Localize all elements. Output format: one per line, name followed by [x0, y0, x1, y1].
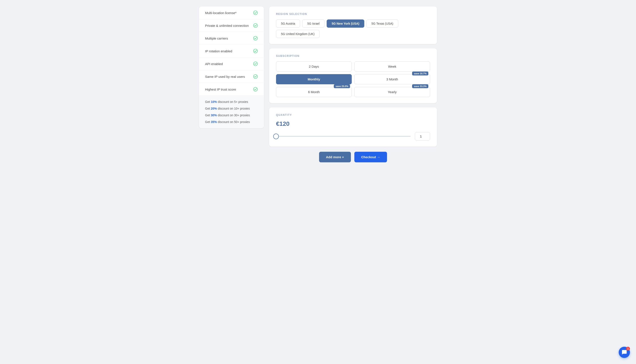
subscription-card: SUBSCRIPTION 2 DaysWeekMonthlysave 16.7%…	[269, 48, 437, 103]
feature-label: Multiple carriers	[205, 36, 228, 40]
chat-badge: 1	[626, 347, 630, 350]
feature-label: Private & unlimited connection	[205, 24, 249, 28]
region-card: REGION SELECTION 5G Austria5G Israel5G N…	[269, 6, 437, 44]
features-list: Multi-location license* Private & unlimi…	[199, 6, 264, 96]
discount-row: Get 20% discount on 10+ proxies	[205, 106, 258, 111]
chat-bubble[interactable]: 1	[619, 347, 630, 358]
svg-point-1	[253, 24, 257, 28]
check-icon	[253, 10, 258, 15]
discount-row: Get 35% discount on 50+ proxies	[205, 120, 258, 124]
save-badge: save 33.3%	[412, 84, 428, 88]
quantity-label: QUANTITY	[276, 114, 430, 116]
feature-row-ip-rotation: IP rotation enabled	[199, 45, 264, 58]
discount-percent: 20%	[211, 107, 217, 110]
feature-row-multi-location: Multi-location license*	[199, 6, 264, 19]
check-icon	[253, 62, 258, 66]
slider-track	[276, 136, 411, 136]
discounts-section: Get 10% discount on 5+ proxiesGet 20% di…	[199, 96, 264, 128]
subscription-option-wrapper: 2 Days	[276, 62, 352, 72]
slider-thumb[interactable]	[273, 134, 279, 139]
feature-row-same-ip: Same IP used by real users	[199, 70, 264, 83]
svg-point-2	[253, 36, 257, 40]
chat-icon	[621, 350, 627, 355]
page-wrapper: Multi-location license* Private & unlimi…	[199, 4, 437, 360]
svg-point-0	[253, 11, 257, 15]
action-row: Add more + Checkout →	[269, 152, 437, 162]
quantity-row	[276, 132, 430, 140]
discount-row: Get 10% discount on 5+ proxies	[205, 100, 258, 104]
svg-point-6	[253, 87, 257, 91]
subscription-button[interactable]: Yearly	[354, 87, 430, 97]
feature-label: Same IP used by real users	[205, 75, 245, 78]
feature-row-multiple-carriers: Multiple carriers	[199, 32, 264, 45]
subscription-button[interactable]: 3 Month	[354, 74, 430, 84]
region-button[interactable]: 5G United Kingdom (UK)	[276, 30, 320, 38]
feature-row-private-unlimited: Private & unlimited connection	[199, 19, 264, 32]
region-button[interactable]: 5G New York (USA)	[327, 20, 364, 28]
left-panel: Multi-location license* Private & unlimi…	[199, 6, 264, 128]
feature-row-api-enabled: API enabled	[199, 58, 264, 70]
subscription-option-wrapper: Week	[354, 62, 430, 72]
region-label: REGION SELECTION	[276, 12, 430, 16]
subscription-grid: 2 DaysWeekMonthlysave 16.7%3 Monthsave 2…	[276, 62, 430, 97]
subscription-label: SUBSCRIPTION	[276, 54, 430, 58]
subscription-option-wrapper: save 33.3%Yearly	[354, 87, 430, 97]
region-button[interactable]: 5G Texas (USA)	[367, 20, 398, 28]
feature-label: Highest IP trust score	[205, 88, 236, 91]
subscription-button[interactable]: Week	[354, 62, 430, 72]
svg-point-3	[253, 49, 257, 53]
quantity-card: QUANTITY €120	[269, 108, 437, 146]
slider-wrapper[interactable]	[276, 133, 411, 140]
check-icon	[253, 23, 258, 28]
discount-percent: 10%	[211, 100, 217, 104]
check-icon	[253, 87, 258, 92]
svg-point-4	[253, 62, 257, 66]
discounts-list: Get 10% discount on 5+ proxiesGet 20% di…	[205, 100, 258, 124]
subscription-option-wrapper: save 16.7%3 Month	[354, 74, 430, 84]
discount-percent: 35%	[211, 120, 217, 124]
quantity-input[interactable]	[415, 132, 430, 140]
discount-percent: 30%	[211, 114, 217, 117]
check-icon	[253, 36, 258, 41]
svg-point-5	[253, 74, 257, 78]
feature-label: API enabled	[205, 62, 223, 66]
price-display: €120	[276, 120, 430, 127]
feature-label: IP rotation enabled	[205, 49, 232, 53]
subscription-button[interactable]: 2 Days	[276, 62, 352, 72]
subscription-button[interactable]: 6 Month	[276, 87, 352, 97]
feature-row-ip-trust: Highest IP trust score	[199, 83, 264, 96]
subscription-button[interactable]: Monthly	[276, 74, 352, 84]
region-button[interactable]: 5G Austria	[276, 20, 300, 28]
discount-row: Get 30% discount on 30+ proxies	[205, 113, 258, 118]
save-badge: save 16.7%	[412, 72, 428, 76]
region-button[interactable]: 5G Israel	[302, 20, 325, 28]
region-grid: 5G Austria5G Israel5G New York (USA)5G T…	[276, 20, 430, 38]
feature-label: Multi-location license*	[205, 11, 236, 15]
right-panel: REGION SELECTION 5G Austria5G Israel5G N…	[269, 6, 437, 162]
save-badge: save 25.0%	[334, 84, 350, 88]
check-icon	[253, 74, 258, 79]
add-more-button[interactable]: Add more +	[319, 152, 351, 162]
subscription-option-wrapper: save 25.0%6 Month	[276, 87, 352, 97]
checkout-button[interactable]: Checkout →	[354, 152, 387, 162]
check-icon	[253, 49, 258, 54]
subscription-option-wrapper: Monthly	[276, 74, 352, 84]
